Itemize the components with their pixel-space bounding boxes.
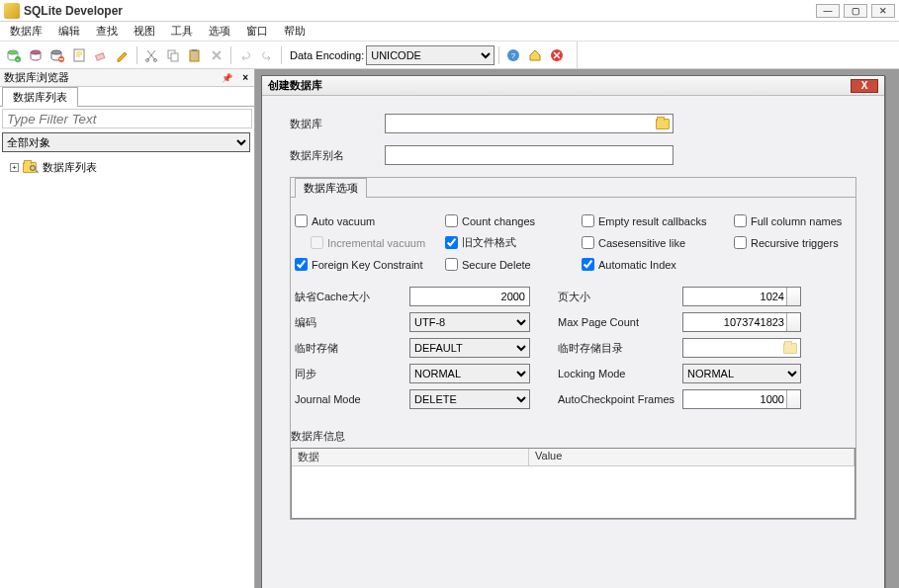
browse-db-icon[interactable]	[655, 116, 671, 131]
cache-size-label: 缺省Cache大小	[295, 290, 409, 304]
chk-old-format[interactable]: 旧文件格式	[445, 235, 582, 250]
dialog-close-button[interactable]: X	[851, 79, 878, 93]
tool-stop[interactable]	[547, 45, 567, 65]
svg-rect-8	[96, 52, 105, 59]
tool-paste[interactable]	[185, 45, 205, 65]
menu-edit[interactable]: 编辑	[50, 22, 88, 41]
encoding-param-label: 编码	[295, 315, 409, 330]
tool-open-db[interactable]	[26, 45, 45, 65]
tree-root[interactable]: + 数据库列表	[6, 158, 248, 177]
menu-view[interactable]: 视图	[126, 22, 163, 41]
menubar: 数据库 编辑 查找 视图 工具 选项 窗口 帮助	[0, 22, 899, 42]
chk-full-column[interactable]: Full column names	[734, 214, 882, 227]
filter-input[interactable]	[2, 109, 252, 128]
temp-dir-label: 临时存储目录	[558, 341, 682, 356]
expand-icon[interactable]: +	[10, 163, 19, 172]
tool-cut[interactable]	[141, 45, 161, 65]
tab-database-list[interactable]: 数据库列表	[2, 87, 78, 107]
browser-header: 数据库浏览器 📌 ×	[0, 69, 254, 87]
tool-erase[interactable]	[91, 45, 111, 65]
dialog-title: 创建数据库	[268, 78, 322, 93]
col-data[interactable]: 数据	[292, 449, 529, 465]
tool-delete[interactable]	[207, 45, 226, 65]
tool-edit[interactable]	[113, 45, 133, 65]
page-size-field[interactable]: 1024	[682, 287, 801, 306]
locking-mode-label: Locking Mode	[558, 368, 682, 379]
menu-database[interactable]: 数据库	[2, 22, 50, 41]
auto-checkpoint-field[interactable]: 1000	[682, 389, 801, 409]
menu-help[interactable]: 帮助	[276, 22, 314, 41]
svg-point-4	[51, 50, 61, 54]
chk-count-changes[interactable]: Count changes	[445, 214, 582, 227]
svg-point-0	[8, 50, 18, 54]
tree-root-label: 数据库列表	[43, 160, 97, 175]
database-label: 数据库	[290, 117, 385, 131]
chk-auto-index[interactable]: Automatic Index	[582, 258, 734, 271]
separator	[281, 46, 282, 64]
locking-mode-select[interactable]: NORMAL	[682, 364, 801, 383]
menu-find[interactable]: 查找	[88, 22, 126, 41]
chk-empty-callbacks[interactable]: Empty result callbacks	[582, 214, 734, 227]
app-icon	[4, 3, 20, 19]
pin-icon[interactable]: 📌	[222, 73, 232, 83]
menu-tools[interactable]: 工具	[163, 22, 201, 41]
tool-help[interactable]: ?	[503, 45, 523, 65]
col-value[interactable]: Value	[529, 449, 854, 465]
chk-recursive-triggers[interactable]: Recursive triggers	[734, 235, 882, 250]
cache-size-field[interactable]: 2000	[409, 287, 530, 306]
titlebar: SQLite Developer — ▢ ✕	[0, 0, 899, 22]
close-button[interactable]: ✕	[871, 4, 895, 18]
tool-remove-db[interactable]	[47, 45, 67, 65]
chk-auto-vacuum[interactable]: Auto vacuum	[295, 214, 445, 227]
temp-store-select[interactable]: DEFAULT	[409, 338, 530, 358]
info-grid: 数据 Value	[291, 448, 855, 519]
maximize-button[interactable]: ▢	[844, 4, 867, 18]
journal-mode-label: Journal Mode	[295, 393, 409, 405]
toolbar: + Data Encoding: UNICODE ?	[0, 42, 899, 69]
app-title: SQLite Developer	[24, 4, 816, 18]
menu-window[interactable]: 窗口	[238, 22, 276, 41]
alias-label: 数据库别名	[290, 148, 385, 163]
auto-checkpoint-label: AutoCheckpoint Frames	[558, 393, 682, 405]
svg-text:+: +	[17, 56, 20, 62]
browser-tabs: 数据库列表	[0, 87, 254, 107]
temp-dir-field[interactable]	[682, 338, 801, 358]
minimize-button[interactable]: —	[816, 4, 840, 18]
menu-options[interactable]: 选项	[201, 22, 238, 41]
tool-undo[interactable]	[235, 45, 255, 65]
browser-panel: 数据库浏览器 📌 × 数据库列表 全部对象 + 数据库列表	[0, 69, 255, 588]
encoding-param-select[interactable]: UTF-8	[409, 312, 530, 332]
svg-rect-7	[74, 49, 84, 61]
chk-foreign-key[interactable]: Foreign Key Constraint	[295, 258, 445, 271]
tool-redo[interactable]	[257, 45, 277, 65]
scope-select[interactable]: 全部对象	[2, 132, 250, 152]
tool-home[interactable]	[525, 45, 545, 65]
max-page-field[interactable]: 1073741823	[682, 312, 801, 332]
database-tree: + 数据库列表	[0, 154, 254, 588]
browser-title: 数据库浏览器	[4, 70, 69, 85]
temp-store-label: 临时存储	[295, 341, 409, 356]
tool-new-db[interactable]: +	[4, 45, 24, 65]
chk-secure-delete[interactable]: Secure Delete	[445, 258, 582, 271]
svg-point-3	[31, 50, 41, 54]
separator	[498, 46, 499, 64]
alias-field[interactable]	[385, 145, 674, 165]
encoding-select[interactable]: UNICODE	[366, 45, 494, 65]
database-field[interactable]	[385, 114, 674, 133]
toolbar-trailing	[577, 42, 895, 68]
chk-casesensitive[interactable]: Casesensitive like	[582, 235, 734, 250]
journal-mode-select[interactable]: DELETE	[409, 389, 530, 409]
panel-close[interactable]: ×	[242, 72, 248, 83]
tool-copy[interactable]	[163, 45, 183, 65]
dialog-titlebar: 创建数据库 X	[262, 76, 884, 96]
browse-temp-icon[interactable]	[782, 340, 798, 356]
chk-incremental-vacuum: Incremental vacuum	[311, 235, 445, 250]
tool-script[interactable]	[69, 45, 89, 65]
create-database-dialog: 创建数据库 X 数据库 数据库别名	[261, 75, 885, 588]
info-label: 数据库信息	[291, 429, 855, 444]
sync-select[interactable]: NORMAL	[409, 364, 530, 383]
tab-db-options[interactable]: 数据库选项	[295, 178, 367, 198]
encoding-label: Data Encoding:	[290, 49, 364, 61]
page-size-label: 页大小	[558, 290, 682, 304]
sync-label: 同步	[295, 367, 409, 381]
